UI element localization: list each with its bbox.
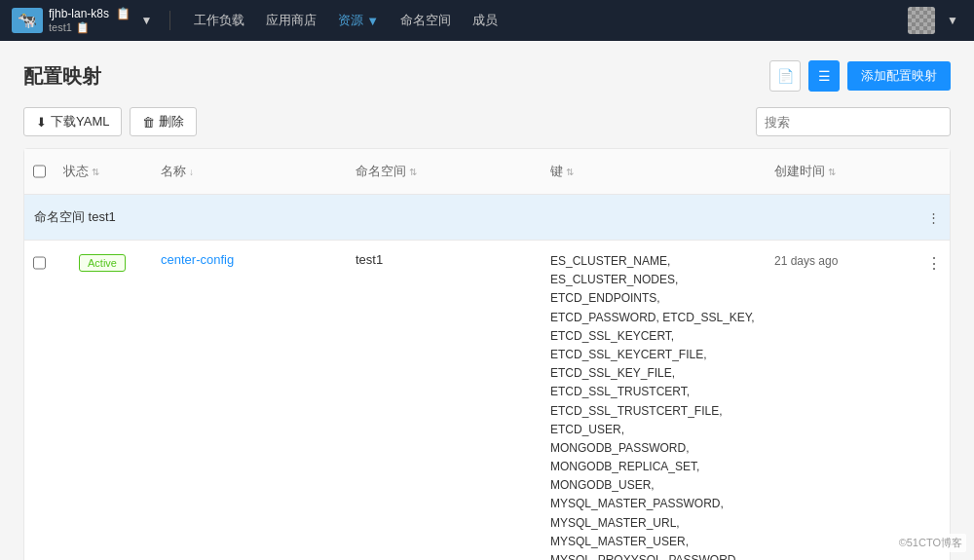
status-badge-1: Active <box>79 254 126 272</box>
th-created: 创建时间 ⇅ <box>765 157 920 186</box>
list-icon-btn[interactable]: 📄 <box>769 60 801 92</box>
watermark: ©51CTO博客 <box>895 534 966 552</box>
namespace-group-label: 命名空间 test1 ⋮ <box>24 203 950 232</box>
configmap-table: 状态 ⇅ 名称 ↓ 命名空间 ⇅ 键 ⇅ 创建时间 ⇅ <box>23 148 951 560</box>
page-title: 配置映射 <box>23 63 101 90</box>
table-row: Active center-config test1 ES_CLUSTER_NA… <box>24 241 950 560</box>
th-keys: 键 ⇅ <box>541 157 765 186</box>
table-header: 状态 ⇅ 名称 ↓ 命名空间 ⇅ 键 ⇅ 创建时间 ⇅ <box>24 149 950 195</box>
row-more-btn-1[interactable]: ⋮ <box>920 246 950 277</box>
td-name-1: center-config <box>151 246 346 273</box>
logo-icon: 🐄 <box>12 8 43 33</box>
keys-sort-icon[interactable]: ⇅ <box>566 167 574 177</box>
select-all-checkbox[interactable] <box>33 165 46 178</box>
sub-cluster: test1 📋 <box>49 21 131 34</box>
th-namespace: 命名空间 ⇅ <box>346 157 541 186</box>
cluster-name: fjhb-lan-k8s 📋 <box>49 7 131 20</box>
user-avatar[interactable] <box>908 7 935 34</box>
status-sort-icon[interactable]: ⇅ <box>92 167 99 177</box>
td-namespace-1: test1 <box>346 246 541 273</box>
delete-icon: 🗑 <box>142 115 155 130</box>
search-input[interactable] <box>756 107 951 136</box>
namespace-group-row: 命名空间 test1 ⋮ <box>24 195 950 241</box>
delete-btn[interactable]: 🗑 删除 <box>130 107 197 136</box>
nav-item-workload[interactable]: 工作负载 <box>184 8 254 33</box>
th-checkbox <box>24 157 54 186</box>
nav-menu: 工作负载 应用商店 资源 ▼ 命名空间 成员 <box>184 8 900 33</box>
toolbar-left: ⬇ 下载YAML 🗑 删除 <box>23 107 197 136</box>
grid-icon-btn[interactable]: ☰ <box>808 60 840 92</box>
nav-item-members[interactable]: 成员 <box>463 8 507 33</box>
nav-right: ▼ <box>908 7 962 34</box>
download-yaml-btn[interactable]: ⬇ 下载YAML <box>23 107 122 136</box>
row-checkbox-1[interactable] <box>33 256 46 270</box>
add-configmap-btn[interactable]: 添加配置映射 <box>847 61 951 91</box>
nav-item-resources[interactable]: 资源 ▼ <box>328 8 389 33</box>
nav-item-appstore[interactable]: 应用商店 <box>256 8 326 33</box>
toolbar: ⬇ 下载YAML 🗑 删除 <box>23 107 951 136</box>
th-status: 状态 ⇅ <box>54 157 151 186</box>
th-name: 名称 ↓ <box>151 157 346 186</box>
td-status-1: Active <box>54 246 151 278</box>
td-checkbox-1 <box>24 246 54 276</box>
nav-item-namespace[interactable]: 命名空间 <box>391 8 461 33</box>
configmap-name-link-1[interactable]: center-config <box>161 252 234 267</box>
resources-dropdown-icon: ▼ <box>366 14 379 28</box>
top-nav: 🐄 fjhb-lan-k8s 📋 test1 📋 ▼ 工作负载 应用商店 资源 … <box>0 0 974 41</box>
td-created-1: 21 days ago <box>765 246 920 274</box>
name-sort-icon[interactable]: ↓ <box>189 167 194 177</box>
th-actions <box>920 157 950 186</box>
nav-divider <box>169 11 170 30</box>
page-content: 配置映射 📄 ☰ 添加配置映射 ⬇ 下载YAML 🗑 删除 <box>0 41 974 560</box>
namespace-more-btn[interactable]: ⋮ <box>927 210 940 225</box>
page-header: 配置映射 📄 ☰ 添加配置映射 <box>23 60 951 92</box>
created-sort-icon[interactable]: ⇅ <box>828 167 836 177</box>
namespace-sort-icon[interactable]: ⇅ <box>409 167 417 177</box>
user-dropdown-btn[interactable]: ▼ <box>943 12 962 29</box>
header-actions: 📄 ☰ 添加配置映射 <box>769 60 951 92</box>
cluster-dropdown-btn[interactable]: ▼ <box>136 12 156 29</box>
app-logo: 🐄 fjhb-lan-k8s 📋 test1 📋 ▼ <box>12 7 156 34</box>
download-icon: ⬇ <box>36 115 47 130</box>
td-keys-1: ES_CLUSTER_NAME, ES_CLUSTER_NODES, ETCD_… <box>541 246 765 560</box>
